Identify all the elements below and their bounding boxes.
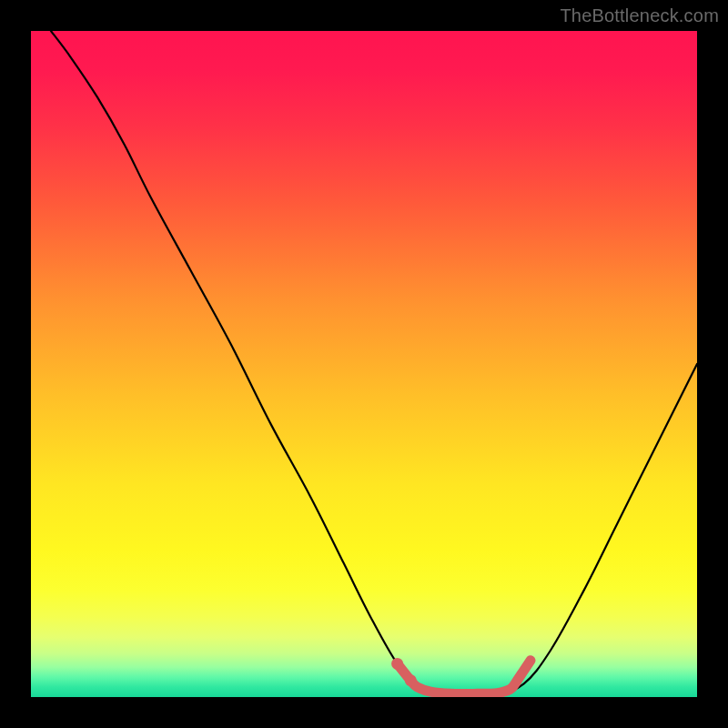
- chart-frame: TheBottleneck.com: [0, 0, 728, 728]
- bottleneck-curve: [51, 31, 697, 694]
- curve-svg: [31, 31, 697, 697]
- plot-area: [31, 31, 697, 697]
- optimal-range-marker: [398, 661, 531, 694]
- optimal-dot: [391, 658, 403, 670]
- optimal-dot: [405, 674, 417, 686]
- watermark-text: TheBottleneck.com: [560, 5, 719, 26]
